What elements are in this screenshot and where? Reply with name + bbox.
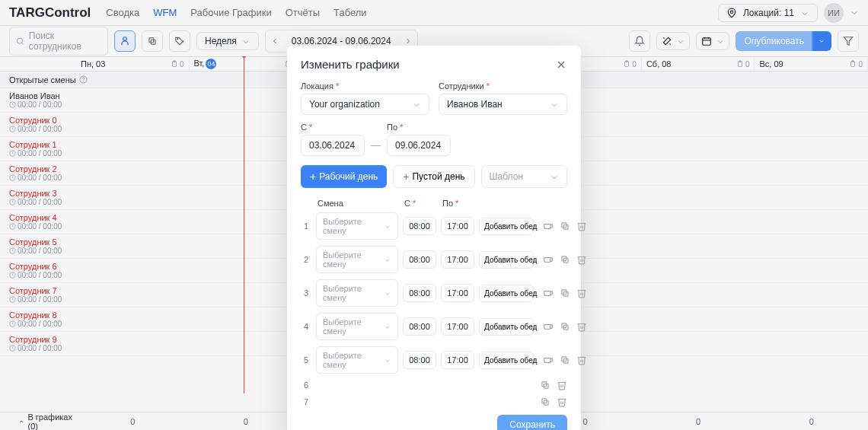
trash-icon[interactable] [576, 288, 587, 298]
shift-from-input[interactable]: 08:00 [403, 284, 436, 302]
break-icon[interactable] [543, 221, 554, 231]
add-lunch-button[interactable]: Добавить обед [479, 251, 534, 269]
close-icon [555, 59, 567, 71]
shift-to-input[interactable]: 17:00 [441, 217, 474, 235]
shift-from-input[interactable]: 08:00 [403, 250, 436, 269]
shift-select[interactable]: Выберите смену [316, 246, 398, 273]
modal-overlay: Изменить графики Локация * Your organiza… [0, 0, 868, 430]
trash-icon[interactable] [576, 321, 587, 332]
trash-icon[interactable] [576, 355, 587, 365]
to-date-label: По * [387, 123, 451, 132]
work-day-button[interactable]: +Рабочий день [301, 165, 387, 188]
shift-to-input[interactable]: 17:00 [441, 351, 474, 369]
shift-from-input[interactable]: 08:00 [403, 217, 436, 235]
shift-select[interactable]: Выберите смену [316, 346, 398, 374]
chevron-down-icon [550, 100, 559, 110]
close-button[interactable] [555, 59, 567, 71]
shift-row: 3 Выберите смену 08:00 17:00 Добавить об… [301, 279, 567, 307]
add-lunch-button[interactable]: Добавить обед [479, 352, 534, 369]
add-lunch-button[interactable]: Добавить обед [479, 318, 534, 336]
shift-row-empty: 7 [301, 397, 567, 407]
from-date-input[interactable]: 03.06.2024 [301, 135, 365, 156]
employees-select[interactable]: Иванов Иван [439, 94, 567, 115]
shift-to-input[interactable]: 17:00 [441, 317, 474, 336]
template-select[interactable]: Шаблон [481, 165, 567, 188]
shift-row: 1 Выберите смену 08:00 17:00 Добавить об… [301, 212, 567, 240]
copy-icon[interactable] [560, 355, 570, 365]
trash-icon[interactable] [557, 380, 567, 390]
copy-icon[interactable] [540, 380, 550, 390]
shift-to-input[interactable]: 17:00 [441, 250, 474, 269]
chevron-down-icon [384, 223, 391, 231]
chevron-down-icon [384, 256, 391, 264]
location-select[interactable]: Your organization [301, 94, 429, 115]
shift-table-header: Смена С * По * [301, 199, 567, 208]
copy-icon[interactable] [540, 397, 550, 407]
shift-select[interactable]: Выберите смену [316, 212, 398, 240]
edit-schedule-modal: Изменить графики Локация * Your organiza… [287, 46, 581, 430]
shift-row: 5 Выберите смену 08:00 17:00 Добавить об… [301, 346, 567, 374]
chevron-down-icon [384, 323, 391, 331]
svg-rect-53 [544, 400, 548, 405]
empty-day-button[interactable]: +Пустой день [393, 165, 474, 188]
shift-select[interactable]: Выберите смену [316, 313, 398, 340]
shift-to-input[interactable]: 17:00 [441, 284, 474, 302]
break-icon[interactable] [543, 355, 554, 365]
shift-row-empty: 6 [301, 380, 567, 390]
to-date-input[interactable]: 09.06.2024 [387, 135, 451, 156]
chevron-down-icon [412, 100, 421, 110]
chevron-down-icon [384, 290, 391, 298]
employees-field-label: Сотрудники * [439, 81, 567, 91]
add-lunch-button[interactable]: Добавить обед [479, 285, 534, 302]
break-icon[interactable] [543, 254, 554, 265]
copy-icon[interactable] [560, 254, 570, 265]
copy-icon[interactable] [560, 321, 570, 332]
shift-row: 4 Выберите смену 08:00 17:00 Добавить об… [301, 313, 567, 340]
chevron-down-icon [384, 357, 391, 365]
add-lunch-button[interactable]: Добавить обед [479, 218, 534, 235]
chevron-down-icon [550, 173, 559, 182]
trash-icon[interactable] [557, 397, 567, 407]
trash-icon[interactable] [576, 254, 587, 265]
modal-title: Изменить графики [301, 58, 400, 71]
shift-from-input[interactable]: 08:00 [403, 351, 436, 369]
trash-icon[interactable] [576, 221, 587, 231]
copy-icon[interactable] [560, 221, 570, 231]
shift-row: 2 Выберите смену 08:00 17:00 Добавить об… [301, 246, 567, 273]
svg-rect-54 [542, 399, 547, 403]
save-button[interactable]: Сохранить [497, 415, 567, 430]
shift-from-input[interactable]: 08:00 [403, 317, 436, 336]
copy-icon[interactable] [560, 288, 570, 298]
shift-select[interactable]: Выберите смену [316, 279, 398, 307]
from-date-label: С * [301, 123, 365, 132]
break-icon[interactable] [543, 321, 554, 332]
break-icon[interactable] [543, 288, 554, 298]
location-field-label: Локация * [301, 81, 429, 91]
